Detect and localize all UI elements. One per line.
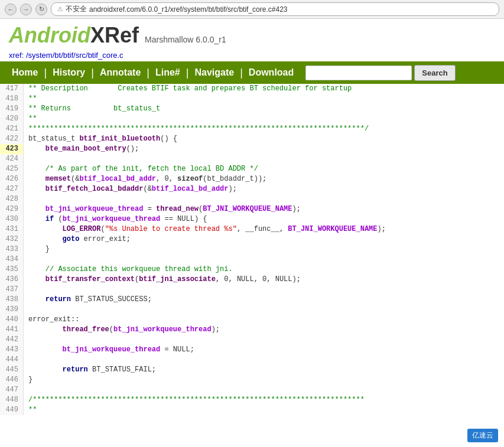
code-area: 417 ** Description Creates BTIF task and… <box>0 84 504 415</box>
logo-android: Android <box>9 23 90 47</box>
table-row: 424 <box>0 154 504 164</box>
logo-area: AndroidXRefMarshmallow 6.0.0_r1 <box>0 19 504 49</box>
table-row: 439 <box>0 305 504 315</box>
breadcrumb: xref: /system/bt/btif/src/btif_core.c <box>0 49 504 61</box>
table-row: 440 error_exit:: <box>0 315 504 325</box>
nav-home[interactable]: Home <box>6 63 44 83</box>
table-row: 445 return BT_STATUS_FAIL; <box>0 365 504 375</box>
table-row: 442 <box>0 335 504 345</box>
nav-download[interactable]: Download <box>243 63 300 83</box>
table-row: 437 <box>0 285 504 295</box>
address-bar[interactable]: ⚠ 不安全 androidxref.com/6.0.0_r1/xref/syst… <box>51 2 499 16</box>
table-row: 448 /***********************************… <box>0 395 504 405</box>
table-row: 430 if (bt_jni_workqueue_thread == NULL)… <box>0 214 504 224</box>
table-row: 421 ************************************… <box>0 124 504 134</box>
table-row: 447 <box>0 385 504 395</box>
table-row: 434 <box>0 255 504 265</box>
forward-button[interactable]: → <box>20 4 32 15</box>
table-row: 436 btif_transfer_context(btif_jni_assoc… <box>0 275 504 285</box>
table-row: 446 } <box>0 375 504 385</box>
reload-button[interactable]: ↻ <box>35 4 47 15</box>
table-row: 444 <box>0 355 504 365</box>
logo-version: Marshmallow 6.0.0_r1 <box>145 35 226 44</box>
browser-chrome: ← → ↻ ⚠ 不安全 androidxref.com/6.0.0_r1/xre… <box>0 0 504 19</box>
table-row: 431 LOG_ERROR("%s Unable to create threa… <box>0 224 504 234</box>
table-row: 417 ** Description Creates BTIF task and… <box>0 84 504 94</box>
nav-navigate[interactable]: Navigate <box>188 63 240 83</box>
table-row: 433 } <box>0 244 504 255</box>
table-row: 423 bte_main_boot_entry(); <box>0 144 504 154</box>
search-button[interactable]: Search <box>414 65 455 81</box>
security-label: 不安全 <box>66 4 87 14</box>
table-row: 429 bt_jni_workqueue_thread = thread_new… <box>0 204 504 214</box>
table-row: 435 // Associate this workqueue thread w… <box>0 265 504 275</box>
table-row: 443 bt_jni_workqueue_thread = NULL; <box>0 345 504 355</box>
logo-xref: XRef <box>90 23 139 47</box>
search-input[interactable] <box>305 66 412 80</box>
url-display: androidxref.com/6.0.0_r1/xref/system/bt/… <box>89 5 287 14</box>
nav-bar: Home | History | Annotate | Line# | Navi… <box>0 61 504 84</box>
table-row: 432 goto error_exit; <box>0 234 504 244</box>
nav-history[interactable]: History <box>47 63 91 83</box>
table-row: 428 <box>0 194 504 204</box>
table-row: 441 thread_free(bt_jni_workqueue_thread)… <box>0 325 504 335</box>
table-row: 449 ** <box>0 405 504 415</box>
security-icon: ⚠ <box>57 5 63 13</box>
table-row: 426 memset(&btif_local_bd_addr, 0, sizeo… <box>0 174 504 184</box>
back-button[interactable]: ← <box>5 4 17 15</box>
table-row: 427 btif_fetch_local_bdaddr(&btif_local_… <box>0 184 504 194</box>
table-row: 438 return BT_STATUS_SUCCESS; <box>0 295 504 305</box>
table-row: 422 bt_status_t btif_init_bluetooth() { <box>0 134 504 144</box>
table-row: 425 /* As part of the init, fetch the lo… <box>0 164 504 174</box>
nav-line[interactable]: Line# <box>149 63 186 83</box>
table-row: 419 ** Returns bt_status_t <box>0 104 504 114</box>
table-row: 418 ** <box>0 94 504 104</box>
table-row: 420 ** <box>0 114 504 124</box>
nav-annotate[interactable]: Annotate <box>94 63 147 83</box>
